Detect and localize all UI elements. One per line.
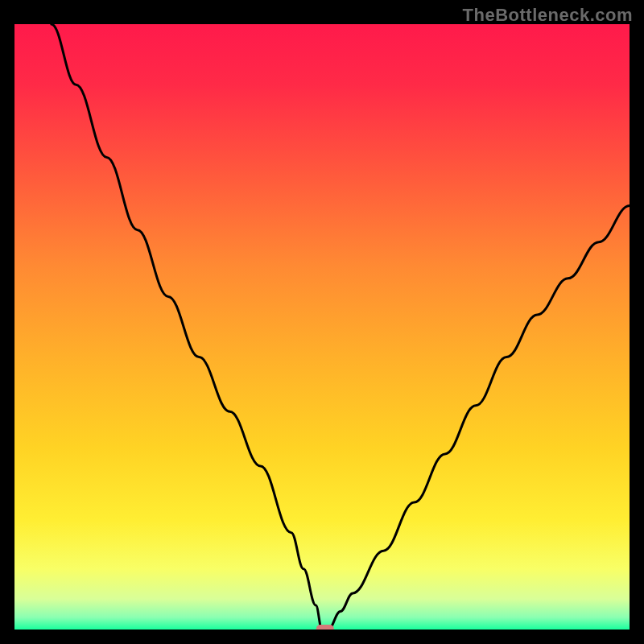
watermark-text: TheBottleneck.com	[463, 5, 633, 26]
chart-frame: TheBottleneck.com	[0, 0, 644, 644]
gradient-background	[14, 24, 630, 630]
chart-svg	[14, 24, 630, 630]
plot-area	[14, 24, 630, 630]
minimum-marker	[316, 625, 334, 630]
